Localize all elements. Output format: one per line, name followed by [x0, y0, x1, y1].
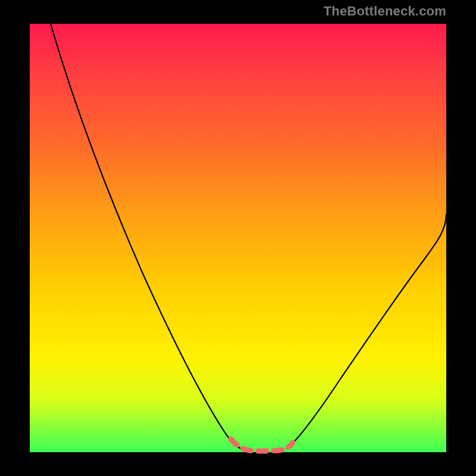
watermark-text: TheBottleneck.com	[324, 4, 446, 19]
bottleneck-curve-left	[51, 24, 244, 450]
curve-layer	[30, 24, 446, 452]
plot-area	[30, 24, 446, 452]
chart-frame: TheBottleneck.com	[0, 0, 476, 476]
bottleneck-curve-right	[287, 214, 446, 449]
optimal-band-dash	[231, 439, 293, 451]
